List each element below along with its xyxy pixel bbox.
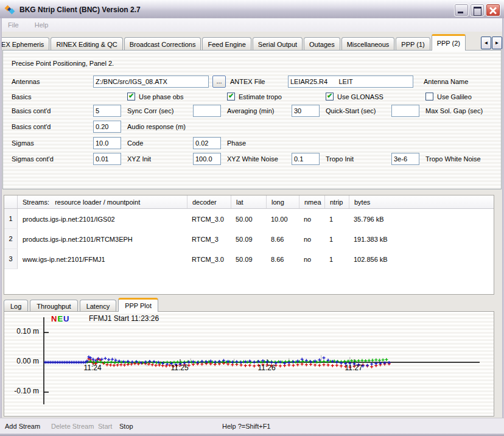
legend-u: U (63, 314, 69, 323)
sync-corr-input[interactable] (93, 105, 121, 117)
x-tick-label: 11:25 (164, 364, 195, 372)
bottom-tab-ppp-plot[interactable]: PPP Plot (118, 298, 158, 312)
table-cell: products.igs-ip.net:2101/IGS02 (18, 209, 187, 229)
averaging-label: Averaging (min) (227, 107, 274, 114)
table-cell: 1 (324, 229, 349, 249)
antex-file-label: ANTEX File (230, 78, 265, 85)
bottom-tabbar: LogThroughputLatencyPPP Plot (4, 298, 259, 312)
table-cell: RTCM_3.0 (187, 249, 231, 269)
tropo-init-input[interactable] (292, 153, 320, 165)
plot-title: FFMJ1 Start 11:23:26 (89, 314, 159, 323)
averaging-input[interactable] (193, 105, 221, 117)
checkbox-label: Estimate tropo (239, 93, 282, 100)
column-header-nmea[interactable]: nmea (299, 195, 324, 208)
sigmas-contd-label: Sigmas cont'd (12, 155, 54, 163)
antennas-label: Antennas (12, 78, 40, 85)
tab-ppp-1[interactable]: PPP (1) (396, 37, 430, 51)
tab-serial-output[interactable]: Serial Output (253, 37, 303, 51)
x-tick-label: 11:27 (338, 364, 369, 372)
legend-n: N (51, 314, 57, 323)
legend-e: E (57, 314, 63, 323)
table-cell: 35.796 kB (349, 209, 494, 229)
xyz-init-input[interactable] (93, 153, 121, 165)
y-tick-label: 0.00 m (6, 357, 39, 365)
table-cell: RTCM_3.0 (187, 209, 231, 229)
checkbox-box[interactable] (227, 93, 235, 100)
menu-item-file[interactable]: File (8, 21, 19, 29)
checkbox-box[interactable] (326, 93, 334, 100)
quick-start-input[interactable] (292, 105, 320, 117)
bnc-app-window: BKG Ntrip Client (BNC) Version 2.7 File … (0, 0, 504, 436)
use-phase-obs-checkbox[interactable]: Use phase obs (127, 92, 183, 101)
minimize-button[interactable] (454, 4, 469, 16)
antenna-name-input[interactable] (288, 76, 413, 88)
basics-contd1-label: Basics cont'd (12, 107, 51, 114)
maximize-button[interactable] (470, 4, 485, 16)
audio-response-input[interactable] (93, 121, 121, 133)
table-cell: no (299, 249, 324, 269)
column-header-long[interactable]: long (266, 195, 299, 208)
sigma-code-label: Code (127, 139, 143, 147)
sigma-code-input[interactable] (93, 137, 121, 149)
column-header-decoder[interactable]: decoder (187, 195, 231, 208)
tab-scroll-left-button[interactable]: ◄ (481, 37, 491, 49)
checkbox-box[interactable] (425, 93, 433, 100)
tab-rinex-editing-qc[interactable]: RINEX Editing & QC (51, 37, 122, 51)
start-button[interactable]: Start (98, 423, 112, 430)
column-header-bytes[interactable]: bytes (349, 195, 494, 208)
estimate-tropo-checkbox[interactable]: Estimate tropo (227, 92, 282, 101)
table-cell: www.igs-ip.net:2101/FFMJ1 (18, 249, 187, 269)
table-row[interactable]: 2products.igs-ip.net:2101/RTCM3EPHRTCM_3… (4, 229, 494, 249)
bottom-tab-latency[interactable]: Latency (80, 300, 117, 312)
xyz-white-noise-input[interactable] (193, 153, 221, 165)
column-header-streams[interactable]: Streams: resource loader / mountpoint (18, 195, 187, 208)
row-number[interactable]: 2 (4, 229, 18, 249)
row-number[interactable]: 1 (4, 209, 18, 229)
column-header-ntrip[interactable]: ntrip (324, 195, 349, 208)
menu-item-help[interactable]: Help (35, 21, 49, 29)
table-cell: 50.09 (231, 249, 266, 269)
browse-button[interactable]: ... (212, 76, 226, 88)
tab-broadcast-corrections[interactable]: Broadcast Corrections (124, 37, 201, 51)
tab-iex-ephemeris[interactable]: IEX Ephemeris (2, 37, 49, 51)
tropo-white-noise-label: Tropo White Noise (425, 155, 481, 163)
tab-feed-engine[interactable]: Feed Engine (202, 37, 251, 51)
row-number[interactable]: 3 (4, 249, 18, 269)
use-galileo-checkbox[interactable]: Use Galileo (425, 92, 472, 101)
table-row[interactable]: 1products.igs-ip.net:2101/IGS02RTCM_3.05… (4, 209, 494, 229)
delete-stream-button[interactable]: Delete Stream (51, 423, 94, 430)
x-tick-label: 11:26 (251, 364, 282, 372)
checkbox-box[interactable] (127, 93, 135, 100)
bottom-tab-log[interactable]: Log (4, 300, 28, 312)
close-button[interactable] (486, 4, 500, 16)
sigma-phase-label: Phase (227, 139, 246, 147)
sigmas-label: Sigmas (12, 139, 34, 147)
tab-miscellaneous[interactable]: Miscellaneous (341, 37, 395, 51)
titlebar[interactable]: BKG Ntrip Client (BNC) Version 2.7 (0, 0, 504, 18)
max-sol-gap-input[interactable] (391, 105, 419, 117)
streams-table: Streams: resource loader / mountpointdec… (4, 195, 494, 295)
tropo-white-noise-input[interactable] (391, 153, 419, 165)
bottom-tab-throughput[interactable]: Throughput (30, 300, 77, 312)
stop-button[interactable]: Stop (119, 423, 133, 430)
top-tabbar: IEX EphemerisRINEX Editing & QCBroadcast… (2, 34, 480, 51)
tab-outages[interactable]: Outages (304, 37, 340, 51)
tab-ppp-2[interactable]: PPP (2) (432, 34, 466, 51)
use-glonass-checkbox[interactable]: Use GLONASS (326, 92, 383, 101)
arrow-left-icon: ◄ (484, 40, 489, 46)
sigma-phase-input[interactable] (193, 137, 221, 149)
table-cell: 50.09 (231, 229, 266, 249)
tab-scroll-right-button[interactable]: ► (492, 37, 502, 49)
table-corner-header (4, 195, 18, 208)
table-cell: 8.66 (266, 229, 299, 249)
table-row[interactable]: 3www.igs-ip.net:2101/FFMJ1RTCM_3.050.098… (4, 249, 494, 269)
add-stream-button[interactable]: Add Stream (5, 423, 40, 430)
table-cell: 191.383 kB (349, 229, 494, 249)
antex-file-input[interactable] (93, 76, 209, 88)
checkbox-label: Use phase obs (139, 93, 183, 100)
panel-heading: Precise Point Positioning, Panel 2. (12, 60, 114, 67)
checkbox-label: Use GLONASS (337, 93, 383, 100)
column-header-lat[interactable]: lat (231, 195, 266, 208)
arrow-right-icon: ► (495, 40, 500, 46)
y-tick-label: -0.10 m (6, 387, 39, 395)
